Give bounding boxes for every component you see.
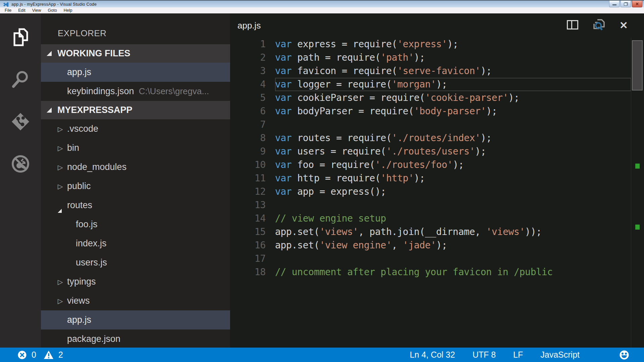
line-number: 12	[230, 185, 275, 198]
tree-file-foo-js[interactable]: foo.js	[41, 215, 230, 234]
code-line[interactable]: 3var favicon = require('serve-favicon');	[230, 64, 631, 78]
code-line[interactable]: 10var foo = require('./routes/foo');	[230, 158, 631, 172]
code-line[interactable]: 4var logger = require('morgan');	[230, 78, 631, 91]
workbench: EXPLORER WORKING FILESapp.jskeybindings.…	[0, 13, 644, 348]
code-token: 'morgan'	[392, 79, 436, 90]
code-token: bodyParser = require(	[292, 106, 414, 117]
tree-folder-vscode[interactable]: ▷.vscode	[41, 119, 230, 138]
tree-file-users-js[interactable]: users.js	[41, 253, 230, 272]
minimize-button[interactable]	[609, 1, 620, 7]
tree-file-app-js[interactable]: app.js	[41, 63, 230, 82]
debug-icon	[11, 155, 30, 173]
activity-explorer-button[interactable]	[11, 27, 30, 47]
line-number: 2	[230, 51, 275, 64]
tree-folder-typings[interactable]: ▷typings	[41, 272, 230, 291]
menu-file[interactable]: File	[1, 8, 15, 13]
line-number: 11	[230, 172, 275, 185]
item-label: index.js	[76, 238, 107, 249]
tree-file-package-json[interactable]: package.json	[41, 329, 230, 348]
section-label: MYEXPRESSAPP	[57, 105, 132, 115]
code-token: );	[436, 79, 447, 90]
code-line[interactable]: 5var cookieParser = require('cookie-pars…	[230, 91, 631, 105]
code-token: var	[275, 79, 292, 90]
code-token: var	[275, 132, 292, 143]
editor-actions: ✕	[567, 18, 628, 33]
code-line[interactable]: 2var path = require('path');	[230, 51, 631, 64]
close-editor-button[interactable]: ✕	[620, 20, 628, 31]
window-controls: ✕	[609, 1, 642, 7]
section-header-working-files[interactable]: WORKING FILES	[41, 44, 230, 63]
chevron-collapsed-icon: ▷	[58, 144, 67, 152]
code-line[interactable]: 1var express = require('express');	[230, 38, 631, 51]
code-line[interactable]: 8var routes = require('./routes/index');	[230, 131, 631, 145]
code-token: app.set(	[275, 226, 319, 237]
code-token: 'view engine'	[319, 240, 391, 251]
item-label: app.js	[67, 315, 91, 325]
code-line[interactable]: 6var bodyParser = require('body-parser')…	[230, 105, 631, 118]
close-icon: ✕	[635, 2, 639, 6]
code-line[interactable]: 18// uncomment after placing your favico…	[230, 265, 631, 279]
line-content: var express = require('express');	[275, 38, 631, 51]
code-token: 'http'	[381, 173, 414, 184]
tree-folder-routes[interactable]: routes	[41, 196, 230, 215]
feedback-smiley-button[interactable]	[619, 350, 629, 360]
editor-scrollbar[interactable]	[631, 38, 644, 348]
activity-search-button[interactable]	[11, 70, 30, 89]
tree-file-keybindings-json[interactable]: keybindings.jsonC:\Users\gregva...	[41, 82, 230, 101]
code-line[interactable]: 9var users = require('./routes/users');	[230, 145, 631, 158]
minimize-icon	[612, 4, 616, 5]
code-token: 'path'	[381, 52, 414, 63]
code-line[interactable]: 7	[230, 118, 631, 131]
code-line[interactable]: 13	[230, 198, 631, 212]
menu-view[interactable]: View	[29, 8, 45, 13]
item-label: routes	[67, 200, 92, 210]
line-number: 5	[230, 91, 275, 105]
item-label: foo.js	[76, 219, 98, 230]
explorer-sidebar: EXPLORER WORKING FILESapp.jskeybindings.…	[41, 13, 230, 348]
code-line[interactable]: 14// view engine setup	[230, 212, 631, 225]
tree-file-app-js[interactable]: app.js	[41, 310, 230, 329]
code-line[interactable]: 16app.set('view engine', 'jade');	[230, 239, 631, 252]
code-token: );	[486, 106, 497, 117]
item-label: public	[67, 181, 91, 191]
code-token: );	[453, 159, 464, 170]
section-header-myexpressapp[interactable]: MYEXPRESSAPP	[41, 101, 230, 119]
scrollbar-thumb[interactable]	[632, 40, 643, 90]
code-line[interactable]: 11var http = require('http');	[230, 172, 631, 185]
close-window-button[interactable]: ✕	[632, 1, 642, 7]
tree-file-index-js[interactable]: index.js	[41, 234, 230, 253]
item-label: bin	[67, 143, 79, 153]
code-line[interactable]: 12var app = express();	[230, 185, 631, 198]
problems-status[interactable]: 0 2	[0, 350, 63, 360]
split-editor-button[interactable]	[567, 20, 579, 31]
section-label: WORKING FILES	[57, 48, 130, 59]
encoding-indicator[interactable]: UTF 8	[473, 350, 496, 360]
cursor-position[interactable]: Ln 4, Col 32	[410, 350, 455, 360]
code-token: path = require(	[292, 52, 381, 63]
eol-indicator[interactable]: LF	[513, 350, 523, 360]
restore-button[interactable]	[621, 1, 631, 7]
code-area[interactable]: 1var express = require('express');2var p…	[230, 38, 631, 348]
code-token: // uncomment after placing your favicon …	[275, 266, 553, 278]
open-preview-button[interactable]	[593, 18, 605, 33]
menu-edit[interactable]: Edit	[15, 8, 29, 13]
code-line[interactable]: 17	[230, 252, 631, 265]
line-content: var cookieParser = require('cookie-parse…	[275, 91, 631, 105]
activity-debug-button[interactable]	[11, 154, 30, 174]
line-number: 14	[230, 212, 275, 225]
tree-folder-public[interactable]: ▷public	[41, 177, 230, 196]
code-line[interactable]: 15app.set('views', path.join(__dirname, …	[230, 225, 631, 239]
editor-title-bar: app.js	[230, 13, 644, 38]
language-indicator[interactable]: JavaScript	[540, 350, 580, 360]
code-token: var	[275, 52, 292, 63]
activity-bar	[0, 13, 41, 348]
editor-pane: app.js	[230, 13, 644, 348]
tree-folder-views[interactable]: ▷views	[41, 291, 230, 310]
line-content: var users = require('./routes/users');	[275, 145, 631, 158]
menu-help[interactable]: Help	[60, 8, 76, 13]
editor-tab-title[interactable]: app.js	[237, 20, 261, 31]
tree-folder-node-modules[interactable]: ▷node_modules	[41, 158, 230, 177]
menu-goto[interactable]: Goto	[45, 8, 60, 13]
tree-folder-bin[interactable]: ▷bin	[41, 138, 230, 158]
activity-git-button[interactable]	[11, 112, 30, 131]
